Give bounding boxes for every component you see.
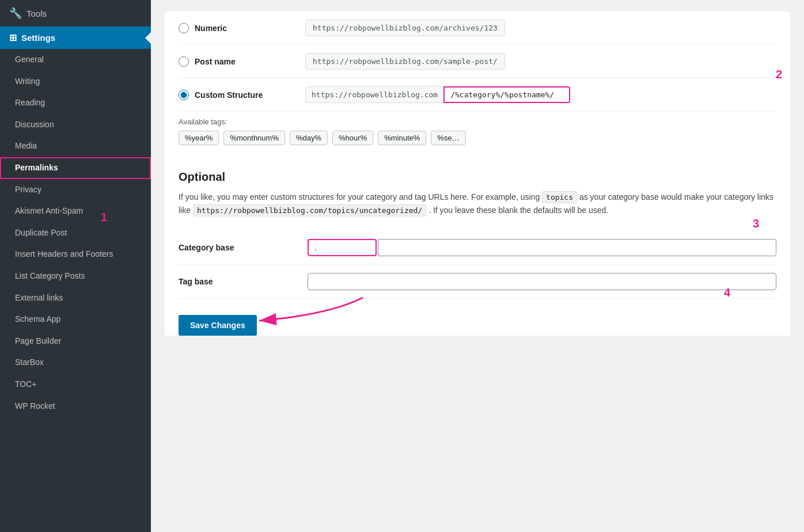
tag-hour[interactable]: %hour%: [332, 131, 373, 145]
step4-annotation: 4: [724, 286, 730, 299]
available-tags-section: Available tags: %year% %monthnum% %day% …: [179, 112, 776, 154]
permalinks-section: Numeric https://robpowellbizblog.com/arc…: [165, 12, 790, 336]
sidebar-item-starbox[interactable]: StarBox: [0, 352, 151, 374]
permalink-custom-row: Custom Structure https://robpowellbizblo…: [179, 78, 776, 112]
settings-label: Settings: [21, 33, 55, 43]
custom-radio-group: Custom Structure: [179, 90, 294, 100]
category-base-label: Category base: [179, 243, 294, 252]
optional-description: If you like, you may enter custom struct…: [179, 191, 776, 217]
available-tags-label: Available tags:: [179, 117, 776, 126]
tag-minute[interactable]: %minute%: [378, 131, 426, 145]
main-content: Numeric https://robpowellbizblog.com/arc…: [151, 0, 804, 532]
category-base-row: Category base 3: [179, 231, 776, 265]
sidebar-item-list-category[interactable]: List Category Posts: [0, 265, 151, 287]
sidebar-item-akismet[interactable]: Akismet Anti-Spam: [0, 200, 151, 222]
permalink-postname-row: Post name https://robpowellbizblog.com/s…: [179, 45, 776, 78]
sidebar-tools-item[interactable]: 🔧 Tools: [0, 0, 151, 26]
optional-heading: Optional: [179, 170, 776, 184]
custom-radio[interactable]: [179, 90, 189, 100]
sidebar-item-toc[interactable]: TOC+: [0, 374, 151, 396]
tag-monthnum[interactable]: %monthnum%: [223, 131, 285, 145]
sidebar-item-page-builder[interactable]: Page Builder: [0, 330, 151, 352]
category-base-input-rest[interactable]: [378, 239, 776, 256]
sidebar: 🔧 Tools ⊞ Settings General Writing Readi…: [0, 0, 151, 532]
sidebar-item-duplicate-post[interactable]: Duplicate Post: [0, 222, 151, 244]
tags-list: %year% %monthnum% %day% %hour% %minute% …: [179, 131, 776, 145]
sidebar-item-permalinks[interactable]: Permalinks: [0, 157, 151, 179]
sidebar-item-privacy[interactable]: Privacy: [0, 179, 151, 201]
save-changes-row: Save Changes 4: [179, 315, 776, 336]
custom-url-prefix: https://robpowellbizblog.com: [305, 86, 443, 103]
sidebar-item-insert-headers[interactable]: Insert Headers and Footers: [0, 244, 151, 265]
numeric-label: Numeric: [195, 24, 227, 33]
postname-radio[interactable]: [179, 56, 189, 67]
step2-annotation: 2: [776, 68, 782, 81]
example-url-code: https://robpowellbizblog.com/topics/unca…: [193, 204, 426, 216]
category-base-input[interactable]: [308, 239, 377, 256]
sidebar-settings-item[interactable]: ⊞ Settings: [0, 26, 151, 49]
tag-year[interactable]: %year%: [179, 131, 219, 145]
numeric-radio[interactable]: [179, 23, 189, 33]
sidebar-item-external-links[interactable]: External links: [0, 287, 151, 309]
sidebar-item-media[interactable]: Media: [0, 135, 151, 157]
tag-second[interactable]: %se…: [431, 131, 465, 145]
step3-annotation: 3: [753, 217, 759, 230]
settings-icon: ⊞: [9, 32, 17, 43]
numeric-radio-group: Numeric: [179, 23, 294, 33]
wrench-icon: 🔧: [9, 7, 22, 20]
custom-label: Custom Structure: [195, 90, 263, 100]
tools-label: Tools: [26, 9, 47, 18]
sidebar-item-reading[interactable]: Reading: [0, 92, 151, 114]
custom-structure-input[interactable]: [443, 86, 570, 103]
postname-radio-group: Post name: [179, 56, 294, 67]
custom-url-editable: https://robpowellbizblog.com: [305, 86, 776, 103]
postname-label: Post name: [195, 57, 236, 66]
postname-url: https://robpowellbizblog.com/sample-post…: [305, 53, 505, 70]
sidebar-item-wp-rocket[interactable]: WP Rocket: [0, 396, 151, 417]
permalink-numeric-row: Numeric https://robpowellbizblog.com/arc…: [179, 12, 776, 45]
tag-base-input[interactable]: [308, 273, 776, 290]
sidebar-item-general[interactable]: General: [0, 49, 151, 71]
tag-base-label: Tag base: [179, 277, 294, 286]
tag-day[interactable]: %day%: [290, 131, 328, 145]
numeric-url: https://robpowellbizblog.com/archives/12…: [305, 20, 505, 36]
sidebar-item-schema-app[interactable]: Schema App: [0, 309, 151, 330]
topics-code: topics: [542, 191, 577, 203]
arrow-annotation-svg: [225, 292, 386, 338]
sidebar-item-writing[interactable]: Writing: [0, 71, 151, 93]
sidebar-item-discussion[interactable]: Discussion: [0, 114, 151, 136]
